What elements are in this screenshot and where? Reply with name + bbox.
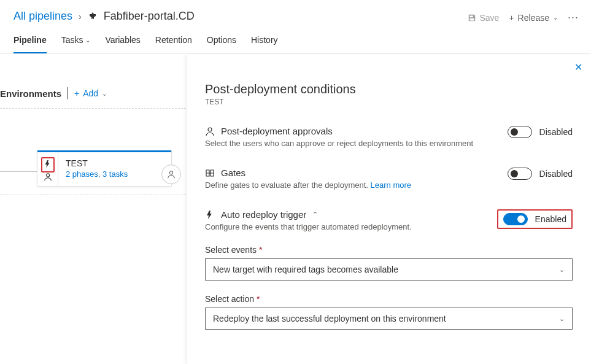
redeploy-desc: Configure the events that trigger automa… <box>205 222 485 231</box>
approvals-toggle-wrap: Disabled <box>508 126 573 138</box>
redeploy-title: Auto redeploy trigger <box>221 209 306 220</box>
close-button[interactable]: ✕ <box>574 61 582 73</box>
top-actions: Save + Release ⌄ ··· <box>468 11 579 24</box>
redeploy-toggle-highlight: Enabled <box>497 209 573 229</box>
events-select[interactable]: New target with required tags becomes av… <box>205 258 573 281</box>
plus-icon: + <box>74 88 79 98</box>
rocket-icon <box>88 12 98 21</box>
events-value: New target with required tags becomes av… <box>213 265 398 274</box>
release-label: Release <box>518 13 549 23</box>
redeploy-section: Auto redeploy trigger ⌃ Configure the ev… <box>205 209 573 231</box>
trigger-highlight <box>41 157 55 172</box>
chevron-right-icon: › <box>79 12 82 21</box>
svg-point-0 <box>46 174 49 177</box>
svg-point-2 <box>208 128 212 131</box>
stage-card[interactable]: TEST 2 phases, 3 tasks <box>37 150 172 187</box>
pre-deployment-conditions[interactable] <box>37 152 58 186</box>
chevron-down-icon: ⌄ <box>553 14 558 21</box>
trigger-icon <box>44 160 52 168</box>
trigger-icon <box>205 210 215 220</box>
approvals-toggle[interactable] <box>508 126 532 138</box>
chevron-down-icon: ⌄ <box>102 90 107 97</box>
action-field: Select action * Redeploy the last succes… <box>205 294 573 330</box>
approvals-state: Disabled <box>539 127 573 137</box>
redeploy-toggle[interactable] <box>503 213 528 225</box>
gates-icon <box>205 168 215 178</box>
gates-toggle[interactable] <box>508 168 532 180</box>
tab-tasks[interactable]: Tasks⌄ <box>61 29 91 53</box>
chevron-down-icon: ⌄ <box>85 37 90 44</box>
gates-desc: Define gates to evaluate after the deplo… <box>205 180 495 190</box>
stage-tasks-link[interactable]: 2 phases, 3 tasks <box>66 169 164 179</box>
tab-pipeline[interactable]: Pipeline <box>14 29 47 53</box>
svg-point-1 <box>169 171 172 174</box>
tab-variables[interactable]: Variables <box>105 29 140 53</box>
gates-toggle-wrap: Disabled <box>508 168 573 180</box>
stage-body: TEST 2 phases, 3 tasks <box>58 152 171 186</box>
gates-title: Gates <box>221 168 245 178</box>
add-environment-button[interactable]: + Add ⌄ <box>74 88 107 98</box>
events-label: Select events * <box>205 245 573 255</box>
gates-state: Disabled <box>539 169 573 179</box>
action-value: Redeploy the last successful deployment … <box>213 314 446 323</box>
gates-section: Gates Define gates to evaluate after the… <box>205 168 573 190</box>
person-icon <box>205 126 215 136</box>
tab-history[interactable]: History <box>251 29 278 53</box>
chevron-up-icon[interactable]: ⌃ <box>312 211 318 219</box>
save-label: Save <box>480 13 500 23</box>
approvals-desc: Select the users who can approve or reje… <box>205 139 495 148</box>
chevron-down-icon: ⌄ <box>559 266 565 274</box>
release-button[interactable]: + Release ⌄ <box>509 13 558 23</box>
approvals-section: Post-deployment approvals Select the use… <box>205 126 573 148</box>
tab-retention[interactable]: Retention <box>155 29 192 53</box>
person-icon <box>167 170 176 179</box>
environments-label: Environments <box>0 88 61 99</box>
panel-subtitle: TEST <box>205 98 573 106</box>
save-icon <box>468 14 476 22</box>
breadcrumb-root-link[interactable]: All pipelines <box>14 10 72 23</box>
action-select[interactable]: Redeploy the last successful deployment … <box>205 308 573 330</box>
plus-icon: + <box>509 13 514 23</box>
post-deployment-panel: ✕ Post-deployment conditions TEST Post-d… <box>186 55 591 364</box>
action-label: Select action * <box>205 294 573 304</box>
stage-name: TEST <box>66 158 164 168</box>
save-button[interactable]: Save <box>468 13 500 23</box>
approvals-title: Post-deployment approvals <box>221 126 333 136</box>
learn-more-link[interactable]: Learn more <box>371 180 411 190</box>
tab-options[interactable]: Options <box>207 29 236 53</box>
pipeline-title: Fabfiber-portal.CD <box>104 10 195 23</box>
more-button[interactable]: ··· <box>568 11 579 24</box>
person-icon <box>44 172 52 181</box>
stage-connector <box>0 171 37 172</box>
add-label: Add <box>83 88 98 98</box>
panel-title: Post-deployment conditions <box>205 82 573 96</box>
tabs: Pipeline Tasks⌄ Variables Retention Opti… <box>0 29 591 54</box>
post-deployment-conditions-button[interactable] <box>161 165 181 184</box>
events-field: Select events * New target with required… <box>205 245 573 281</box>
redeploy-state: Enabled <box>535 214 566 224</box>
divider <box>68 87 68 99</box>
chevron-down-icon: ⌄ <box>559 315 565 323</box>
